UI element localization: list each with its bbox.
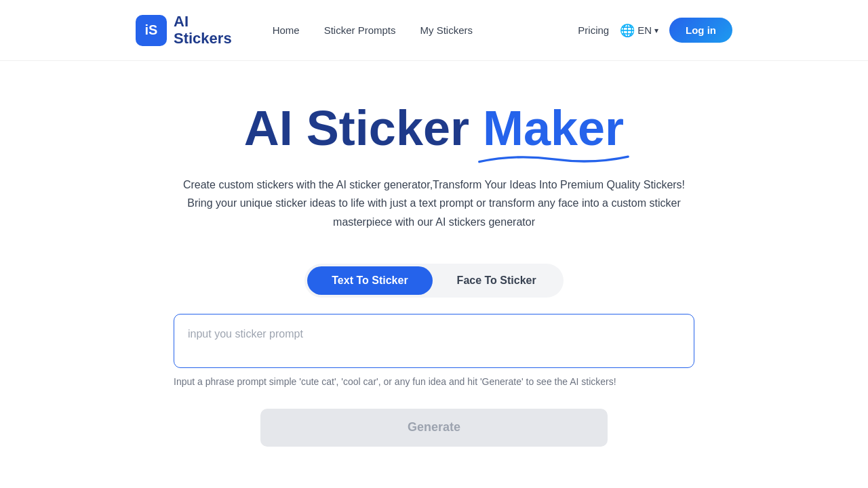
input-area: Input a phrase prompt simple 'cute cat',… [174,314,694,387]
chevron-down-icon: ▾ [654,26,658,35]
header: iS AI Stickers Home Sticker Prompts My S… [0,0,868,61]
nav-my-stickers[interactable]: My Stickers [420,24,473,36]
logo-icon: iS [136,15,167,46]
hero-title-maker: Maker [483,102,624,155]
tab-text-to-sticker[interactable]: Text To Sticker [307,266,432,295]
logo-text: AI Stickers [174,14,232,46]
hero-description: Create custom stickers with the AI stick… [173,176,695,231]
login-button[interactable]: Log in [669,18,732,43]
nav-pricing[interactable]: Pricing [578,24,609,36]
main-nav: Home Sticker Prompts My Stickers [273,24,551,36]
nav-right: Pricing 🌐 EN ▾ Log in [578,18,732,43]
nav-home[interactable]: Home [273,24,300,36]
logo: iS AI Stickers [136,14,232,46]
maker-underline [476,148,631,167]
lang-label: EN [637,24,652,36]
hot-stickers-section: Hot Stickers [0,474,868,488]
logo-icon-text: iS [145,22,158,38]
logo-ai-label: AI [174,14,232,30]
generate-button[interactable]: Generate [260,409,608,447]
hero-title-part1: AI Sticker [244,101,483,155]
tab-face-to-sticker[interactable]: Face To Sticker [433,266,561,295]
main-content: AI Sticker Maker Create custom stickers … [0,61,868,474]
tab-switcher: Text To Sticker Face To Sticker [304,264,563,298]
logo-stickers-label: Stickers [174,30,232,47]
globe-icon: 🌐 [620,23,635,38]
hero-title: AI Sticker Maker [244,102,624,155]
input-hint: Input a phrase prompt simple 'cute cat',… [174,376,694,387]
language-selector[interactable]: 🌐 EN ▾ [620,23,658,38]
nav-sticker-prompts[interactable]: Sticker Prompts [324,24,396,36]
sticker-prompt-input[interactable] [174,314,694,368]
